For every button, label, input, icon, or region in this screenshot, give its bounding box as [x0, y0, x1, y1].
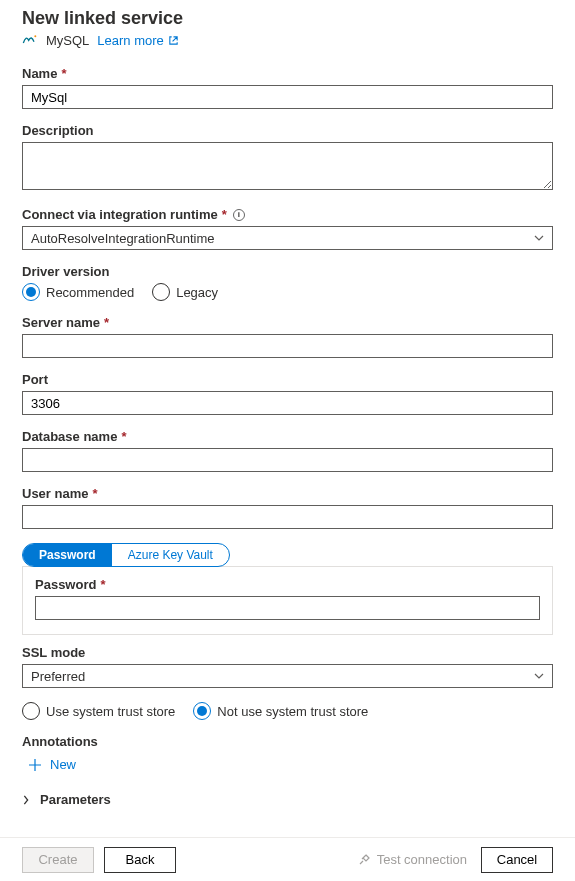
driver-version-label: Driver version [22, 264, 553, 279]
description-label: Description [22, 123, 553, 138]
server-name-label: Server name* [22, 315, 553, 330]
password-input[interactable] [35, 596, 540, 620]
create-button[interactable]: Create [22, 847, 94, 873]
external-link-icon [168, 35, 179, 46]
description-input[interactable] [22, 142, 553, 190]
user-name-label: User name* [22, 486, 553, 501]
footer-bar: Create Back Test connection Cancel [0, 837, 575, 881]
ssl-mode-select[interactable]: Preferred [22, 664, 553, 688]
server-name-input[interactable] [22, 334, 553, 358]
back-button[interactable]: Back [104, 847, 176, 873]
learn-more-link[interactable]: Learn more [97, 33, 178, 48]
name-label: Name* [22, 66, 553, 81]
trust-store-use-radio[interactable]: Use system trust store [22, 702, 175, 720]
port-input[interactable] [22, 391, 553, 415]
chevron-down-icon [534, 235, 544, 241]
integration-runtime-select[interactable]: AutoResolveIntegrationRuntime [22, 226, 553, 250]
page-title: New linked service [22, 8, 553, 29]
ssl-mode-label: SSL mode [22, 645, 553, 660]
port-label: Port [22, 372, 553, 387]
password-label: Password* [35, 577, 540, 592]
parameters-toggle[interactable]: Parameters [22, 792, 553, 807]
cancel-button[interactable]: Cancel [481, 847, 553, 873]
database-name-label: Database name* [22, 429, 553, 444]
name-input[interactable] [22, 85, 553, 109]
chevron-down-icon [534, 673, 544, 679]
info-icon[interactable]: i [233, 209, 245, 221]
driver-version-legacy-radio[interactable]: Legacy [152, 283, 218, 301]
trust-store-not-use-radio[interactable]: Not use system trust store [193, 702, 368, 720]
user-name-input[interactable] [22, 505, 553, 529]
add-annotation-button[interactable]: New [22, 753, 553, 776]
chevron-right-icon [22, 795, 30, 805]
service-type-label: MySQL [46, 33, 89, 48]
plug-icon [357, 853, 371, 867]
subtitle-row: MySQL Learn more [22, 33, 553, 48]
integration-runtime-label: Connect via integration runtime* i [22, 207, 553, 222]
auth-tab-password[interactable]: Password [23, 544, 112, 566]
auth-tab-akv[interactable]: Azure Key Vault [112, 544, 229, 566]
svg-point-0 [34, 35, 36, 37]
driver-version-recommended-radio[interactable]: Recommended [22, 283, 134, 301]
mysql-icon [22, 33, 38, 48]
plus-icon [28, 758, 42, 772]
test-connection-button[interactable]: Test connection [357, 852, 467, 867]
annotations-label: Annotations [22, 734, 553, 749]
database-name-input[interactable] [22, 448, 553, 472]
